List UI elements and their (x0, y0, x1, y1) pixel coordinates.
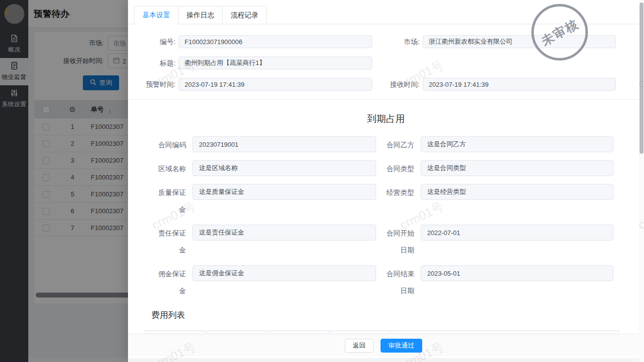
back-button[interactable]: 返回 (345, 339, 374, 353)
footer-strip (128, 358, 639, 362)
app-window: 概况 物业监督 系统设置 预警待办 市场: 接收开始时间: (0, 0, 644, 362)
section-divider (128, 99, 644, 100)
tab-流程记录[interactable]: 流程记录 (222, 6, 267, 24)
field-label: 责任保证金 (158, 225, 186, 258)
field-input[interactable] (423, 78, 616, 91)
field-input[interactable] (193, 265, 376, 281)
field-label: 市场: (372, 35, 420, 48)
form-row: 区域名称 合同类型 (158, 160, 644, 177)
field-label: 接收时间: (372, 78, 420, 91)
field-label: 合同编码 (158, 136, 186, 153)
tab-操作日志[interactable]: 操作日志 (178, 6, 223, 24)
field-label: 编号: (136, 35, 176, 48)
field-input[interactable] (193, 136, 376, 152)
field-label: 区域名称 (158, 160, 186, 177)
field-label: 合同类型 (386, 160, 414, 177)
field-input[interactable] (179, 78, 372, 91)
field-input[interactable] (421, 160, 613, 176)
section-title: 到期占用 (128, 113, 644, 125)
field-input[interactable] (421, 265, 613, 281)
field-input[interactable] (421, 184, 613, 200)
unaudited-stamp: 未审核 (531, 4, 588, 60)
field-input[interactable] (193, 160, 376, 176)
field-label: 预警时间: (136, 78, 176, 91)
form-row: 质量保证金 经营类型 (158, 184, 644, 218)
drawer-scrollbar-thumb[interactable] (640, 2, 644, 154)
field-input[interactable] (421, 225, 613, 241)
field-input[interactable] (179, 57, 372, 69)
field-label: 质量保证金 (158, 184, 186, 218)
form-row: 合同编码 合同乙方 (158, 136, 644, 153)
form-row: 预警时间: 接收时间: (136, 78, 644, 91)
fee-list-title: 费用列表 (151, 309, 644, 321)
field-input[interactable] (179, 35, 372, 48)
field-label: 合同开始日期 (386, 225, 414, 258)
field-label: 佣金保证金 (158, 265, 186, 299)
field-label: 合同结束日期 (386, 265, 414, 299)
field-label: 合同乙方 (386, 136, 414, 153)
contract-form: 合同编码 合同乙方 区域名称 合同类型 质量保证金 经营类型 责任保证金 合同开… (128, 136, 644, 299)
form-row: 责任保证金 合同开始日期 (158, 225, 644, 258)
field-input[interactable] (193, 184, 376, 200)
field-label: 经营类型 (386, 184, 414, 218)
field-input[interactable] (193, 225, 376, 241)
tab-基本设置[interactable]: 基本设置 (134, 6, 179, 24)
approve-button[interactable]: 审批通过 (381, 339, 422, 353)
drawer-footer: 返回 审批通过 (128, 334, 639, 362)
field-label: 标题: (136, 57, 176, 69)
form-row: 佣金保证金 合同结束日期 (158, 265, 644, 299)
field-input[interactable] (421, 136, 613, 152)
